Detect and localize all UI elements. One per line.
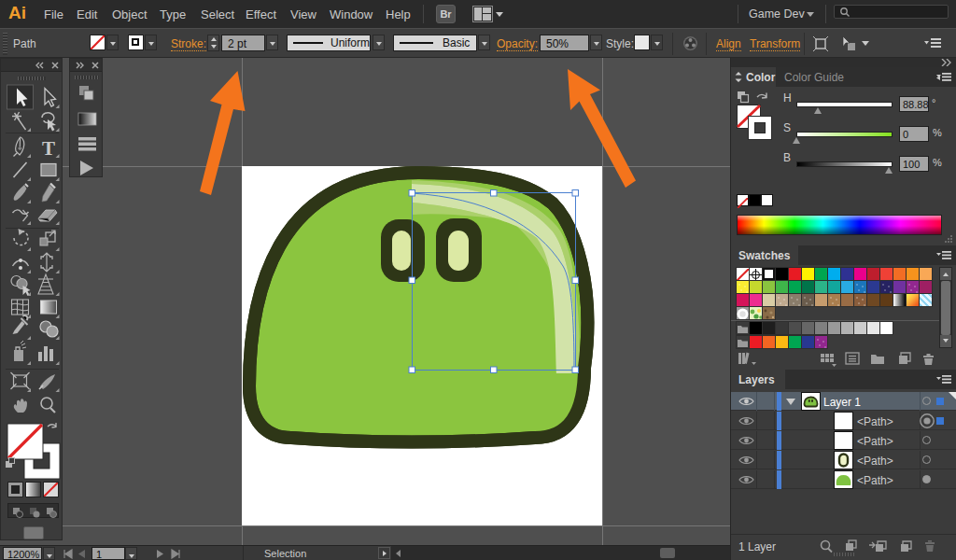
svg-text:Basic: Basic: [443, 36, 470, 49]
svg-text:Uniform: Uniform: [330, 36, 370, 49]
svg-text:T: T: [42, 137, 55, 160]
